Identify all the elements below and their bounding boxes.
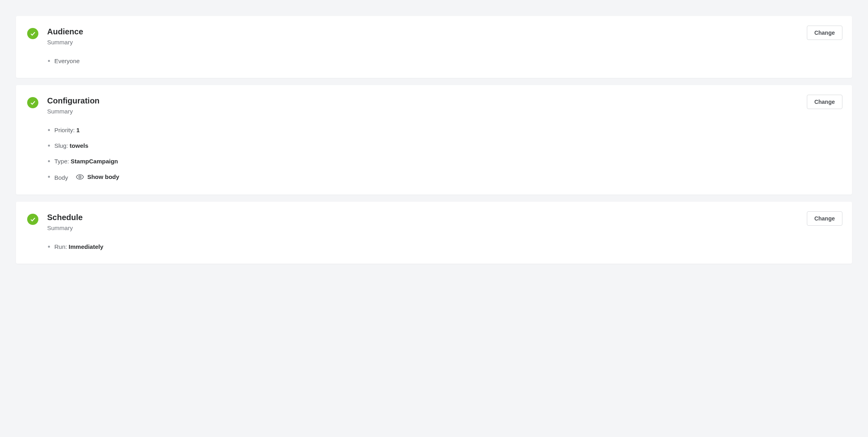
list-item: Priority: 1 xyxy=(48,126,841,134)
list-item: Everyone xyxy=(48,57,841,65)
list-item: Slug: towels xyxy=(48,141,841,150)
run-value: Immediately xyxy=(69,243,104,250)
run-label: Run: xyxy=(54,243,69,250)
body-label: Body xyxy=(54,174,68,181)
show-body-text: Show body xyxy=(87,173,119,181)
schedule-card: Schedule Summary Run: Immediately Change xyxy=(16,202,852,264)
audience-card: Audience Summary Everyone Change xyxy=(16,16,852,78)
configuration-title: Configuration xyxy=(47,96,841,105)
svg-point-0 xyxy=(79,176,81,178)
audience-everyone: Everyone xyxy=(54,58,80,64)
schedule-title: Schedule xyxy=(47,213,841,222)
configuration-change-button[interactable]: Change xyxy=(807,95,842,109)
show-body-link[interactable]: Show body xyxy=(76,173,119,181)
configuration-card: Configuration Summary Priority: 1 Slug: … xyxy=(16,85,852,195)
audience-content: Audience Summary Everyone xyxy=(47,27,841,65)
audience-change-button[interactable]: Change xyxy=(807,26,842,40)
audience-summary-list: Everyone xyxy=(47,57,841,65)
schedule-content: Schedule Summary Run: Immediately xyxy=(47,213,841,251)
schedule-summary-list: Run: Immediately xyxy=(47,242,841,251)
check-circle-icon xyxy=(27,97,38,108)
type-label: Type: xyxy=(54,158,71,165)
eye-icon xyxy=(76,174,84,180)
configuration-summary-list: Priority: 1 Slug: towels Type: StampCamp… xyxy=(47,126,841,182)
schedule-subtitle: Summary xyxy=(47,224,841,231)
type-value: StampCampaign xyxy=(71,158,118,165)
schedule-change-button[interactable]: Change xyxy=(807,211,842,226)
list-item: Body Show body xyxy=(48,173,841,182)
check-circle-icon xyxy=(27,28,38,39)
check-circle-icon xyxy=(27,214,38,225)
audience-title: Audience xyxy=(47,27,841,36)
slug-label: Slug: xyxy=(54,142,70,149)
priority-value: 1 xyxy=(76,127,80,133)
configuration-content: Configuration Summary Priority: 1 Slug: … xyxy=(47,96,841,182)
slug-value: towels xyxy=(70,142,88,149)
priority-label: Priority: xyxy=(54,127,76,133)
audience-subtitle: Summary xyxy=(47,39,841,46)
list-item: Type: StampCampaign xyxy=(48,157,841,165)
configuration-subtitle: Summary xyxy=(47,108,841,115)
list-item: Run: Immediately xyxy=(48,242,841,251)
